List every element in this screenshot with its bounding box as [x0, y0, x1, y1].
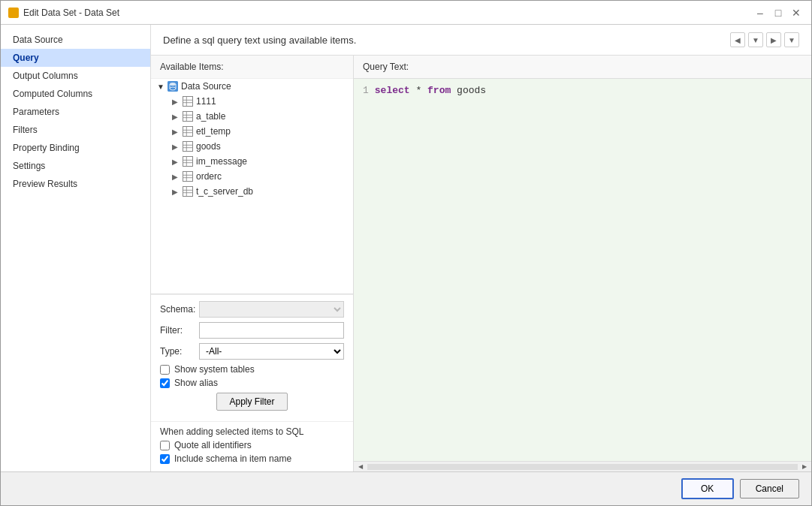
nav-dropdown-button[interactable]: ▼: [748, 32, 763, 47]
expand-arrow-root: ▼: [157, 83, 165, 91]
expand-arrow-im-message: ▶: [172, 158, 180, 166]
expand-arrow-tc-server-db: ▶: [172, 188, 180, 196]
table-icon-im-message: [183, 156, 193, 167]
query-text-header: Query Text:: [354, 56, 811, 79]
include-schema-row: Include schema in item name: [160, 453, 344, 464]
scroll-left-arrow[interactable]: ◀: [355, 462, 366, 472]
show-alias-label: Show alias: [174, 378, 218, 388]
tree-item-etl-temp[interactable]: ▶ etl_temp: [151, 124, 353, 139]
tree-item-orderc[interactable]: ▶ orderc: [151, 169, 353, 184]
include-schema-label: Include schema in item name: [174, 453, 291, 464]
query-text-panel: Query Text: 1 select * from goods ◀: [354, 56, 811, 471]
filter-input[interactable]: [199, 322, 344, 339]
scroll-track[interactable]: [367, 464, 798, 470]
sidebar: Data Source Query Output Columns Compute…: [1, 25, 151, 471]
tree-item-a-table[interactable]: ▶ a_table: [151, 109, 353, 124]
title-bar: Edit Data Set - Data Set – □ ✕: [1, 1, 811, 25]
content-header: Define a sql query text using available …: [151, 25, 811, 56]
filter-label: Filter:: [160, 325, 196, 336]
tree-item-tc-server-db[interactable]: ▶ t_c_server_db: [151, 184, 353, 199]
type-select[interactable]: -All- Tables Views Procedures: [199, 343, 344, 360]
type-row: Type: -All- Tables Views Procedures: [160, 343, 344, 360]
header-nav: ◀ ▼ ▶ ▼: [730, 32, 799, 47]
available-items-title: Available Items:: [151, 56, 353, 79]
table-icon-a-table: [183, 111, 193, 122]
ok-button[interactable]: OK: [681, 478, 734, 499]
tree-item-im-message[interactable]: ▶ im_message: [151, 154, 353, 169]
maximize-button[interactable]: □: [771, 5, 786, 20]
table-icon-tc-server-db: [183, 186, 193, 197]
tree-label-etl-temp: etl_temp: [196, 126, 231, 137]
tree-root-datasource[interactable]: ▼ Data Source: [151, 79, 353, 94]
main-content: Data Source Query Output Columns Compute…: [1, 25, 811, 471]
tree-item-goods[interactable]: ▶ goods: [151, 139, 353, 154]
operator-star: *: [415, 85, 427, 96]
show-system-tables-checkbox[interactable]: [160, 365, 170, 375]
schema-select[interactable]: [199, 301, 344, 318]
keyword-from: from: [427, 85, 451, 96]
nav-forward-button[interactable]: ▶: [766, 32, 781, 47]
query-editor[interactable]: 1 select * from goods: [354, 79, 811, 461]
tree-item-1111[interactable]: ▶ 1111: [151, 94, 353, 109]
tree-label-im-message: im_message: [196, 156, 247, 167]
apply-filter-button[interactable]: Apply Filter: [216, 393, 287, 411]
main-window: Edit Data Set - Data Set – □ ✕ Data Sour…: [0, 0, 812, 506]
nav-options-button[interactable]: ▼: [784, 32, 799, 47]
window-icon: [8, 8, 19, 18]
tree-container[interactable]: ▼ Data Source ▶: [151, 79, 353, 294]
expand-arrow-a-table: ▶: [172, 113, 180, 121]
tree-label-a-table: a_table: [196, 111, 225, 122]
sidebar-item-parameters[interactable]: Parameters: [1, 103, 150, 121]
show-system-tables-row: Show system tables: [160, 364, 344, 375]
type-label: Type:: [160, 346, 196, 357]
tree-label-1111: 1111: [196, 96, 216, 107]
close-button[interactable]: ✕: [789, 5, 804, 20]
schema-row: Schema:: [160, 301, 344, 318]
table-name: goods: [457, 85, 486, 96]
sidebar-item-property-binding[interactable]: Property Binding: [1, 139, 150, 157]
title-controls: – □ ✕: [753, 5, 804, 20]
keyword-select: select: [375, 85, 410, 96]
tree-label-tc-server-db: t_c_server_db: [196, 186, 253, 197]
available-items-panel: Available Items: ▼: [151, 56, 354, 471]
expand-arrow-1111: ▶: [172, 98, 180, 106]
show-alias-checkbox[interactable]: [160, 378, 170, 388]
sidebar-item-data-source[interactable]: Data Source: [1, 31, 150, 49]
svg-point-1: [170, 83, 176, 86]
query-scrollbar-x[interactable]: ◀ ▶: [354, 461, 811, 471]
query-area: Available Items: ▼: [151, 56, 811, 471]
adding-section: When adding selected items to SQL Quote …: [151, 421, 353, 471]
schema-label: Schema:: [160, 304, 196, 315]
sidebar-item-output-columns[interactable]: Output Columns: [1, 67, 150, 85]
query-code: select * from goods: [375, 85, 486, 96]
expand-arrow-etl-temp: ▶: [172, 128, 180, 136]
datasource-icon: [168, 81, 178, 92]
tree-root-label: Data Source: [181, 81, 231, 92]
sidebar-item-query[interactable]: Query: [1, 49, 150, 67]
window-title: Edit Data Set - Data Set: [23, 8, 119, 18]
quote-all-label: Quote all identifiers: [174, 440, 252, 450]
cancel-button[interactable]: Cancel: [740, 479, 799, 498]
include-schema-checkbox[interactable]: [160, 454, 170, 464]
table-icon-orderc: [183, 171, 193, 182]
expand-arrow-goods: ▶: [172, 143, 180, 151]
line-number: 1: [363, 85, 369, 96]
expand-arrow-orderc: ▶: [172, 173, 180, 181]
nav-back-button[interactable]: ◀: [730, 32, 745, 47]
minimize-button[interactable]: –: [753, 5, 768, 20]
adding-title: When adding selected items to SQL: [160, 426, 344, 437]
quote-all-row: Quote all identifiers: [160, 440, 344, 450]
tree-label-orderc: orderc: [196, 171, 222, 182]
title-bar-left: Edit Data Set - Data Set: [8, 8, 119, 18]
quote-all-checkbox[interactable]: [160, 441, 170, 450]
sidebar-item-computed-columns[interactable]: Computed Columns: [1, 85, 150, 103]
sidebar-item-preview-results[interactable]: Preview Results: [1, 175, 150, 193]
scroll-right-arrow[interactable]: ▶: [799, 462, 810, 472]
filter-section: Schema: Filter: Type: -All-: [151, 294, 353, 421]
show-alias-row: Show alias: [160, 378, 344, 388]
table-icon-1111: [183, 96, 193, 107]
table-icon-etl-temp: [183, 126, 193, 137]
sidebar-item-filters[interactable]: Filters: [1, 121, 150, 139]
tree-label-goods: goods: [196, 141, 221, 152]
sidebar-item-settings[interactable]: Settings: [1, 157, 150, 175]
